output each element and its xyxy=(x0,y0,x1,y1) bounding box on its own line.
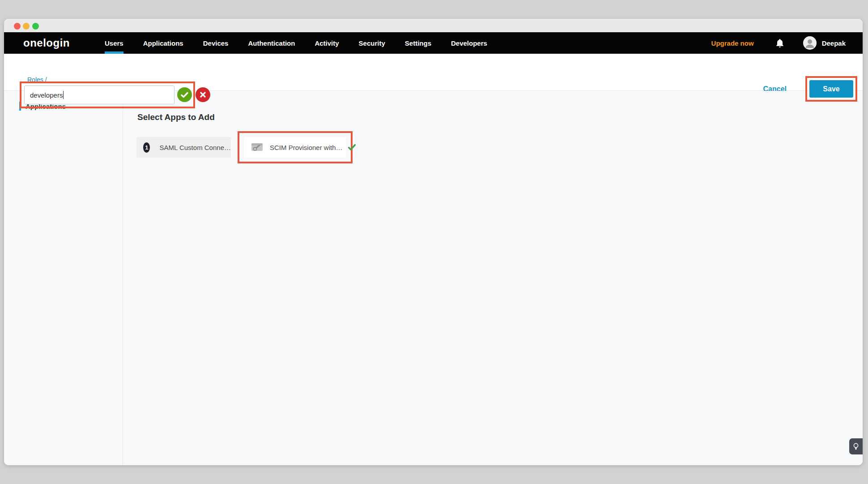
main-panel: Select Apps to Add 1 SAML Custom Conne… … xyxy=(123,91,863,465)
nav-item-devices[interactable]: Devices xyxy=(193,32,238,54)
nav-item-users[interactable]: Users xyxy=(95,32,133,54)
maximize-icon[interactable] xyxy=(32,23,39,30)
section-heading: Select Apps to Add xyxy=(137,112,215,122)
text-cursor xyxy=(63,91,64,99)
confirm-rename-button[interactable] xyxy=(177,87,192,102)
role-name-input[interactable]: developers xyxy=(24,86,174,104)
navbar-right: Upgrade now Deepak xyxy=(711,36,846,50)
nav-item-settings[interactable]: Settings xyxy=(395,32,441,54)
app-tiles-row: 1 SAML Custom Conne… SCIM Provisioner wi… xyxy=(136,131,353,163)
onelogin-logo: onelogin xyxy=(23,37,70,49)
upgrade-now-link[interactable]: Upgrade now xyxy=(711,39,754,47)
lightbulb-icon xyxy=(853,443,859,450)
nav-item-developers[interactable]: Developers xyxy=(441,32,497,54)
sidebar: Applications xyxy=(4,91,123,465)
app-window: onelogin Users Applications Devices Auth… xyxy=(4,19,863,465)
content-area: Applications Select Apps to Add 1 SAML C… xyxy=(4,91,863,465)
role-name-value: developers xyxy=(30,91,63,99)
cancel-rename-button[interactable] xyxy=(196,87,210,102)
x-icon xyxy=(200,92,206,98)
app-tile-scim[interactable]: SCIM Provisioner with… xyxy=(244,137,346,158)
nav-item-security[interactable]: Security xyxy=(349,32,395,54)
scim-app-icon xyxy=(251,142,263,152)
close-icon[interactable] xyxy=(14,23,21,30)
nav-item-applications[interactable]: Applications xyxy=(133,32,193,54)
window-titlebar xyxy=(4,19,863,32)
nav-item-activity[interactable]: Activity xyxy=(305,32,349,54)
app-label: SCIM Provisioner with… xyxy=(270,144,343,151)
nav-item-authentication[interactable]: Authentication xyxy=(238,32,305,54)
highlight-box-scim-tile: SCIM Provisioner with… xyxy=(238,131,353,163)
nav-menu: Users Applications Devices Authenticatio… xyxy=(95,32,497,54)
minimize-icon[interactable] xyxy=(23,23,30,30)
page-header: Roles / developers Cancel Save xyxy=(4,54,863,91)
app-tile-saml[interactable]: 1 SAML Custom Conne… xyxy=(136,137,231,158)
selected-check-icon xyxy=(348,144,356,150)
top-navbar: onelogin Users Applications Devices Auth… xyxy=(4,32,863,54)
save-button[interactable]: Save xyxy=(809,80,853,98)
bell-icon[interactable] xyxy=(775,38,784,48)
help-lightbulb-button[interactable] xyxy=(849,438,863,454)
avatar[interactable] xyxy=(803,36,817,50)
app-label: SAML Custom Conne… xyxy=(159,144,231,151)
user-name: Deepak xyxy=(822,39,846,47)
app-badge: 1 xyxy=(143,142,150,153)
check-icon xyxy=(181,92,188,98)
